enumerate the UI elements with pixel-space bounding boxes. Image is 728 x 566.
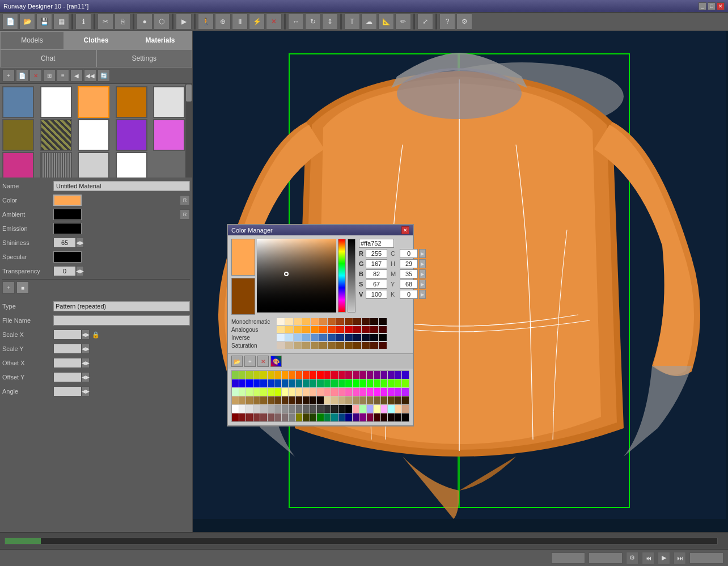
cp-0[interactable] xyxy=(232,371,239,379)
cp-104[interactable] xyxy=(260,405,267,413)
grid-btn[interactable]: ▦ xyxy=(53,14,69,29)
offsety-spinner[interactable]: ◀▶ xyxy=(82,372,90,382)
cp-119[interactable] xyxy=(367,405,374,413)
cp-97[interactable] xyxy=(388,396,395,404)
copy-btn[interactable]: ⎘ xyxy=(115,14,130,29)
ms-7[interactable] xyxy=(336,318,344,325)
as-2[interactable] xyxy=(294,326,302,333)
ambient-swatch[interactable] xyxy=(53,209,82,220)
ms-5[interactable] xyxy=(319,318,327,325)
cp-57[interactable] xyxy=(282,388,289,396)
cp-56[interactable] xyxy=(274,388,281,396)
cp-18[interactable] xyxy=(359,371,366,379)
cp-87[interactable] xyxy=(317,396,324,404)
cp-126[interactable] xyxy=(239,413,246,421)
is-8[interactable] xyxy=(345,334,353,341)
help-btn[interactable]: ? xyxy=(439,14,455,29)
cp-10[interactable] xyxy=(303,371,310,379)
cp-36[interactable] xyxy=(310,379,317,387)
cm-palette-btn[interactable]: 🎨 xyxy=(270,356,282,367)
cp-59[interactable] xyxy=(296,388,303,396)
cp-100[interactable] xyxy=(232,405,239,413)
offsety-input[interactable] xyxy=(53,372,82,382)
name-input[interactable] xyxy=(53,181,190,191)
cp-51[interactable] xyxy=(239,388,246,396)
shininess-spinner[interactable]: ◀▶ xyxy=(76,238,84,248)
ms-1[interactable] xyxy=(285,318,293,325)
shininess-input[interactable] xyxy=(53,238,76,248)
cp-109[interactable] xyxy=(296,405,303,413)
tab-settings[interactable]: Settings xyxy=(96,49,193,67)
cp-103[interactable] xyxy=(253,405,260,413)
tab-materials[interactable]: Materials xyxy=(128,31,192,49)
cm-close-btn[interactable]: ✕ xyxy=(401,226,409,234)
status-btn-2[interactable] xyxy=(589,552,623,564)
cp-136[interactable] xyxy=(310,413,317,421)
scalex-spinner[interactable]: ◀▶ xyxy=(82,330,90,340)
scaley-spinner[interactable]: ◀▶ xyxy=(82,344,90,354)
close-btn[interactable]: ✕ xyxy=(717,2,725,10)
offsetx-input[interactable] xyxy=(53,358,82,368)
cp-117[interactable] xyxy=(353,405,359,413)
sim-btn[interactable]: ⚡ xyxy=(249,14,265,29)
cp-2[interactable] xyxy=(246,371,253,379)
new-file-btn[interactable]: 📄 xyxy=(16,69,28,82)
cp-83[interactable] xyxy=(289,396,295,404)
swatch-7[interactable] xyxy=(78,119,109,151)
cp-22[interactable] xyxy=(388,371,395,379)
cm-r-input[interactable] xyxy=(366,249,387,258)
cp-30[interactable] xyxy=(268,379,274,387)
cp-114[interactable] xyxy=(331,405,338,413)
play-btn[interactable]: ▶ xyxy=(176,14,192,29)
ss-6[interactable] xyxy=(328,342,336,349)
is-3[interactable] xyxy=(302,334,310,341)
cp-99[interactable] xyxy=(402,396,409,404)
cp-144[interactable] xyxy=(367,413,374,421)
cm-g-input[interactable] xyxy=(366,259,387,268)
specular-swatch[interactable] xyxy=(53,251,82,263)
cp-142[interactable] xyxy=(353,413,359,421)
cp-41[interactable] xyxy=(345,379,352,387)
swatch-3[interactable] xyxy=(116,86,147,118)
is-5[interactable] xyxy=(319,334,327,341)
cp-48[interactable] xyxy=(395,379,402,387)
cp-65[interactable] xyxy=(338,388,345,396)
cp-90[interactable] xyxy=(338,396,345,404)
cp-16[interactable] xyxy=(345,371,352,379)
cp-62[interactable] xyxy=(317,388,324,396)
cp-64[interactable] xyxy=(331,388,338,396)
status-btn-1[interactable] xyxy=(551,552,585,564)
cp-122[interactable] xyxy=(388,405,395,413)
cp-28[interactable] xyxy=(253,379,260,387)
is-0[interactable] xyxy=(277,334,285,341)
cp-95[interactable] xyxy=(374,396,380,404)
cp-84[interactable] xyxy=(296,396,303,404)
info-btn[interactable]: ℹ xyxy=(75,14,91,29)
cp-24[interactable] xyxy=(402,371,409,379)
cp-68[interactable] xyxy=(359,388,366,396)
measure-btn[interactable]: 📐 xyxy=(378,14,394,29)
cp-129[interactable] xyxy=(260,413,267,421)
cp-107[interactable] xyxy=(282,405,289,413)
swatches-scroll-thumb[interactable] xyxy=(186,85,192,102)
cp-45[interactable] xyxy=(374,379,380,387)
pen-btn[interactable]: ✏ xyxy=(395,14,411,29)
cp-7[interactable] xyxy=(282,371,289,379)
cm-m-input[interactable] xyxy=(400,269,418,278)
cm-k-input[interactable] xyxy=(400,290,418,299)
cp-17[interactable] xyxy=(353,371,359,379)
swatch-4[interactable] xyxy=(153,86,185,118)
delete-btn[interactable]: ✕ xyxy=(29,69,42,82)
cylinder-btn[interactable]: ⬡ xyxy=(154,14,170,29)
cp-4[interactable] xyxy=(260,371,267,379)
as-0[interactable] xyxy=(277,326,285,333)
cm-k-slider[interactable]: ▶ xyxy=(419,290,426,299)
ms-11[interactable] xyxy=(370,318,378,325)
tab-chat[interactable]: Chat xyxy=(0,49,96,67)
cp-3[interactable] xyxy=(253,371,260,379)
cp-131[interactable] xyxy=(274,413,281,421)
cm-old-color[interactable] xyxy=(231,278,255,315)
cm-y-input[interactable] xyxy=(400,280,418,289)
cp-38[interactable] xyxy=(324,379,331,387)
play-icon[interactable]: ▶ xyxy=(658,552,670,564)
